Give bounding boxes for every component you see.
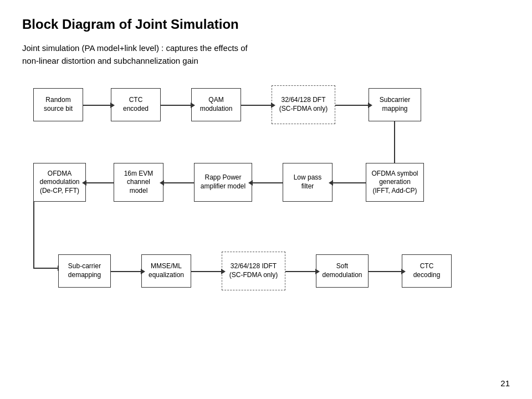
vline-row1-b5-right [394, 121, 395, 163]
arrow-11-12 [111, 271, 141, 272]
arrow-down-to-row3 [33, 268, 58, 269]
arrow-14-15 [369, 271, 402, 272]
block-equalization: MMSE/MLequalization [141, 254, 191, 288]
arrow-8-7 [163, 182, 194, 183]
page-title: Block Diagram of Joint Simulation [22, 17, 510, 32]
vline-row2-to-row3 [33, 202, 34, 268]
block-soft-demod: Softdemodulation [316, 254, 369, 288]
block-idft: 32/64/128 IDFT(SC-FDMA only) [222, 252, 285, 290]
page-number: 21 [500, 378, 510, 388]
block-ctc-decoding: CTCdecoding [402, 254, 452, 288]
arrow-2-3 [161, 105, 191, 106]
block-demapping: Sub-carrierdemapping [58, 254, 111, 288]
arrow-1-2 [83, 105, 111, 106]
block-qam: QAMmodulation [191, 88, 241, 121]
arrow-4-5 [335, 105, 369, 106]
block-lpf: Low passfilter [283, 163, 332, 202]
arrow-9-8 [252, 182, 283, 183]
arrow-12-13 [191, 271, 222, 272]
arrow-3-4 [241, 105, 272, 106]
arrow-7-6 [86, 182, 114, 183]
block-ofdma-demod: OFDMAdemodulation(De-CP, FFT) [33, 163, 86, 202]
block-dft: 32/64/128 DFT(SC-FDMA only) [272, 85, 335, 124]
block-subcarrier-mapping: Subcarriermapping [369, 88, 421, 121]
block-random-source: Randomsource bit [33, 88, 83, 121]
block-diagram: Randomsource bit CTCencoded QAMmodulatio… [22, 83, 504, 349]
page: Block Diagram of Joint Simulation Joint … [0, 0, 532, 399]
block-channel-model: 16m EVMchannelmodel [114, 163, 163, 202]
subtitle: Joint simulation (PA model+link level) :… [22, 42, 510, 67]
block-rapp: Rapp Poweramplifier model [194, 163, 252, 202]
arrow-13-14 [285, 271, 316, 272]
arrow-10-9 [332, 182, 366, 183]
block-ctc-encoded: CTCencoded [111, 88, 161, 121]
block-ofdma-gen: OFDMA symbolgeneration(IFFT, Add-CP) [366, 163, 424, 202]
